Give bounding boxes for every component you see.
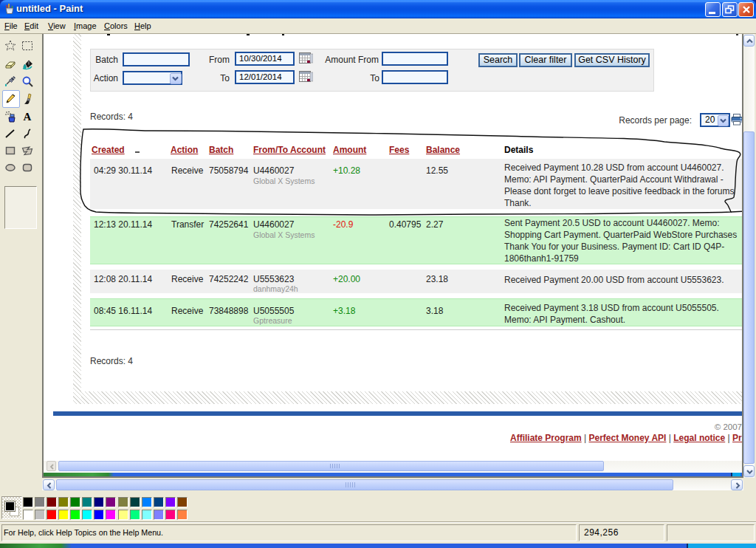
svg-text:A: A bbox=[24, 111, 32, 123]
